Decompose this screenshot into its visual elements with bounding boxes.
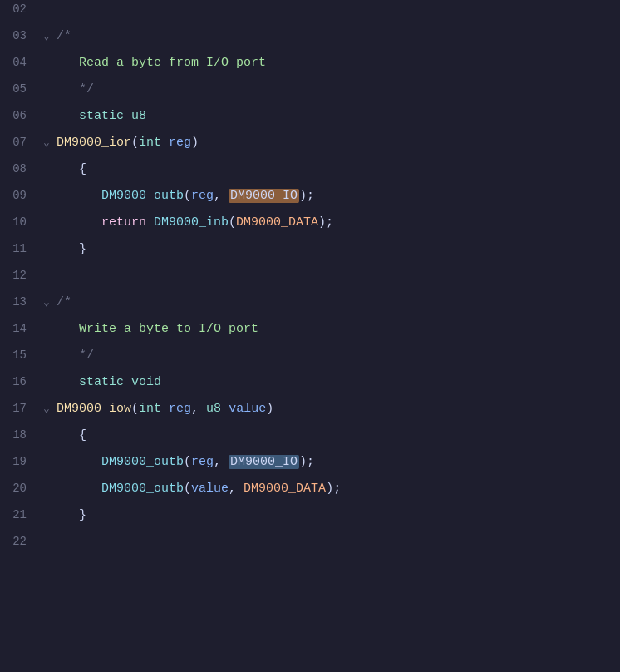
line-04: 04 Read a byte from I/O port <box>0 53 620 80</box>
line-content-10: return DM9000_inb(DM9000_DATA); <box>53 213 620 233</box>
line-content-05: */ <box>53 80 620 100</box>
line-14: 14 Write a byte to I/O port <box>0 319 620 346</box>
line-number-10: 10 <box>0 213 40 231</box>
line-number-03: 03 <box>0 27 40 45</box>
line-content-13: /* <box>53 293 620 313</box>
line-06: 06 static u8 <box>0 106 620 133</box>
line-number-18: 18 <box>0 426 40 444</box>
line-content-17: DM9000_iow(int reg, u8 value) <box>53 399 620 419</box>
line-number-02: 02 <box>0 0 40 18</box>
line-number-17: 17 <box>0 399 40 418</box>
line-content-03: /* <box>53 27 620 47</box>
line-03: 03 /* <box>0 27 620 53</box>
line-number-06: 06 <box>0 106 40 125</box>
line-19: 19 DM9000_outb(reg, DM9000_IO); <box>0 452 620 479</box>
line-content-11: } <box>53 240 620 259</box>
line-content-09: DM9000_outb(reg, DM9000_IO); <box>53 186 620 206</box>
line-20: 20 DM9000_outb(value, DM9000_DATA); <box>0 479 620 506</box>
line-content-16: static void <box>53 373 620 393</box>
line-content-08: { <box>53 160 620 180</box>
line-number-11: 11 <box>0 240 40 258</box>
line-18: 18 { <box>0 426 620 452</box>
line-number-04: 04 <box>0 53 40 72</box>
line-13: 13 /* <box>0 293 620 319</box>
line-17: 17 DM9000_iow(int reg, u8 value) <box>0 399 620 426</box>
line-number-05: 05 <box>0 80 40 98</box>
fold-13[interactable] <box>40 294 53 312</box>
line-09: 09 DM9000_outb(reg, DM9000_IO); <box>0 186 620 213</box>
line-content-04: Read a byte from I/O port <box>53 53 620 73</box>
line-content-18: { <box>53 426 620 446</box>
line-content-15: */ <box>53 346 620 366</box>
line-content-07: DM9000_ior(int reg) <box>53 133 620 153</box>
line-number-16: 16 <box>0 373 40 391</box>
line-number-07: 07 <box>0 133 40 151</box>
line-number-14: 14 <box>0 319 40 338</box>
line-15: 15 */ <box>0 346 620 373</box>
line-number-21: 21 <box>0 506 40 524</box>
line-10: 10 return DM9000_inb(DM9000_DATA); <box>0 213 620 240</box>
line-number-19: 19 <box>0 452 40 471</box>
fold-07[interactable] <box>40 135 53 152</box>
fold-17[interactable] <box>40 401 53 418</box>
line-content-21: } <box>53 506 620 526</box>
line-number-08: 08 <box>0 160 40 178</box>
line-number-22: 22 <box>0 532 40 551</box>
line-number-20: 20 <box>0 479 40 497</box>
line-02: 02 <box>0 0 620 27</box>
line-22: 22 <box>0 532 620 559</box>
line-08: 08 { <box>0 160 620 186</box>
code-editor: 02 03 /* 04 Read a byte from I/O port 05… <box>0 0 620 672</box>
line-content-14: Write a byte to I/O port <box>53 319 620 339</box>
line-content-06: static u8 <box>53 106 620 126</box>
line-05: 05 */ <box>0 80 620 106</box>
line-number-15: 15 <box>0 346 40 364</box>
line-21: 21 } <box>0 506 620 532</box>
line-11: 11 } <box>0 240 620 266</box>
line-content-20: DM9000_outb(value, DM9000_DATA); <box>53 479 620 499</box>
line-12: 12 <box>0 266 620 293</box>
line-number-12: 12 <box>0 266 40 284</box>
line-number-13: 13 <box>0 293 40 311</box>
line-07: 07 DM9000_ior(int reg) <box>0 133 620 160</box>
line-16: 16 static void <box>0 373 620 399</box>
line-content-19: DM9000_outb(reg, DM9000_IO); <box>53 452 620 472</box>
line-number-09: 09 <box>0 186 40 205</box>
fold-03[interactable] <box>40 28 53 46</box>
